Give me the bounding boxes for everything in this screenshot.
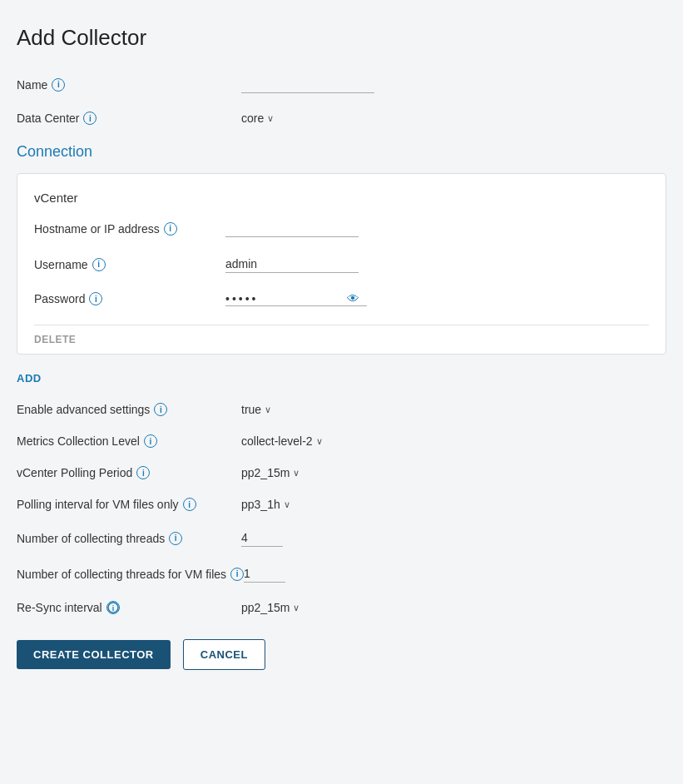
delete-row[interactable]: DELETE xyxy=(34,325,649,354)
threads-row: Number of collecting threads i xyxy=(17,529,666,547)
password-wrapper: 👁 xyxy=(225,291,367,306)
polling-label: vCenter Polling Period i xyxy=(17,466,241,479)
threads-input[interactable] xyxy=(241,529,283,547)
advanced-select[interactable]: true ∨ xyxy=(241,403,271,416)
username-row: Username i xyxy=(34,256,649,273)
threads-label: Number of collecting threads i xyxy=(17,532,241,545)
hostname-row: Hostname or IP address i xyxy=(34,220,649,237)
add-link[interactable]: ADD xyxy=(17,372,42,385)
datacenter-row: Data Center i core ∨ xyxy=(17,112,666,125)
page-title: Add Collector xyxy=(17,25,666,51)
datacenter-chevron-icon: ∨ xyxy=(267,113,274,124)
username-input[interactable] xyxy=(225,256,359,273)
datacenter-select[interactable]: core ∨ xyxy=(241,112,274,125)
name-input[interactable] xyxy=(241,76,374,93)
resync-chevron-icon: ∨ xyxy=(293,603,299,613)
create-collector-button[interactable]: CREATE COLLECTOR xyxy=(17,640,171,669)
vcenter-title: vCenter xyxy=(34,191,649,205)
password-label: Password i xyxy=(34,292,225,305)
advanced-chevron-icon: ∨ xyxy=(265,404,271,415)
hostname-info-icon[interactable]: i xyxy=(164,222,177,236)
name-info-icon[interactable]: i xyxy=(52,78,65,92)
datacenter-info-icon[interactable]: i xyxy=(83,112,97,125)
vm-polling-chevron-icon: ∨ xyxy=(284,499,290,510)
username-label: Username i xyxy=(34,258,225,271)
polling-info-icon[interactable]: i xyxy=(136,466,150,479)
datacenter-label: Data Center i xyxy=(17,112,241,125)
bottom-actions: CREATE COLLECTOR CANCEL xyxy=(17,639,666,670)
page-container: Add Collector Name i Data Center i core … xyxy=(0,0,683,784)
password-input[interactable] xyxy=(225,292,342,305)
advanced-info-icon[interactable]: i xyxy=(154,403,167,416)
connection-box: vCenter Hostname or IP address i Usernam… xyxy=(17,173,666,355)
metrics-select[interactable]: collect-level-2 ∨ xyxy=(241,434,323,448)
name-row: Name i xyxy=(17,76,666,93)
metrics-chevron-icon: ∨ xyxy=(316,436,323,447)
password-info-icon[interactable]: i xyxy=(89,292,102,305)
cancel-button[interactable]: CANCEL xyxy=(183,639,265,670)
vm-polling-select[interactable]: pp3_1h ∨ xyxy=(241,498,290,511)
vm-threads-input[interactable] xyxy=(244,565,285,583)
resync-row: Re-Sync interval i pp2_15m ∨ xyxy=(17,601,666,614)
hostname-label: Hostname or IP address i xyxy=(34,222,225,236)
connection-section-title: Connection xyxy=(17,143,666,161)
vm-polling-info-icon[interactable]: i xyxy=(183,498,196,511)
username-info-icon[interactable]: i xyxy=(92,258,106,271)
polling-row: vCenter Polling Period i pp2_15m ∨ xyxy=(17,466,666,479)
polling-chevron-icon: ∨ xyxy=(293,468,299,479)
metrics-row: Metrics Collection Level i collect-level… xyxy=(17,434,666,448)
vm-polling-row: Polling interval for VM files only i pp3… xyxy=(17,498,666,511)
svg-text:i: i xyxy=(111,604,114,613)
resync-info-icon[interactable]: i xyxy=(106,601,120,614)
vm-threads-label: Number of collecting threads for VM file… xyxy=(17,568,244,581)
threads-info-icon[interactable]: i xyxy=(169,532,182,545)
polling-select[interactable]: pp2_15m ∨ xyxy=(241,466,299,479)
metrics-info-icon[interactable]: i xyxy=(144,434,157,448)
resync-label: Re-Sync interval i xyxy=(17,601,241,614)
resync-select[interactable]: pp2_15m ∨ xyxy=(241,601,299,614)
hostname-input[interactable] xyxy=(225,220,359,237)
password-row: Password i 👁 xyxy=(34,291,649,306)
name-label: Name i xyxy=(17,78,241,92)
eye-icon[interactable]: 👁 xyxy=(347,291,359,305)
advanced-label: Enable advanced settings i xyxy=(17,403,241,416)
advanced-row: Enable advanced settings i true ∨ xyxy=(17,403,666,416)
vm-threads-info-icon[interactable]: i xyxy=(230,568,244,581)
vm-threads-row: Number of collecting threads for VM file… xyxy=(17,565,666,583)
metrics-label: Metrics Collection Level i xyxy=(17,434,241,448)
vm-polling-label: Polling interval for VM files only i xyxy=(17,498,241,511)
